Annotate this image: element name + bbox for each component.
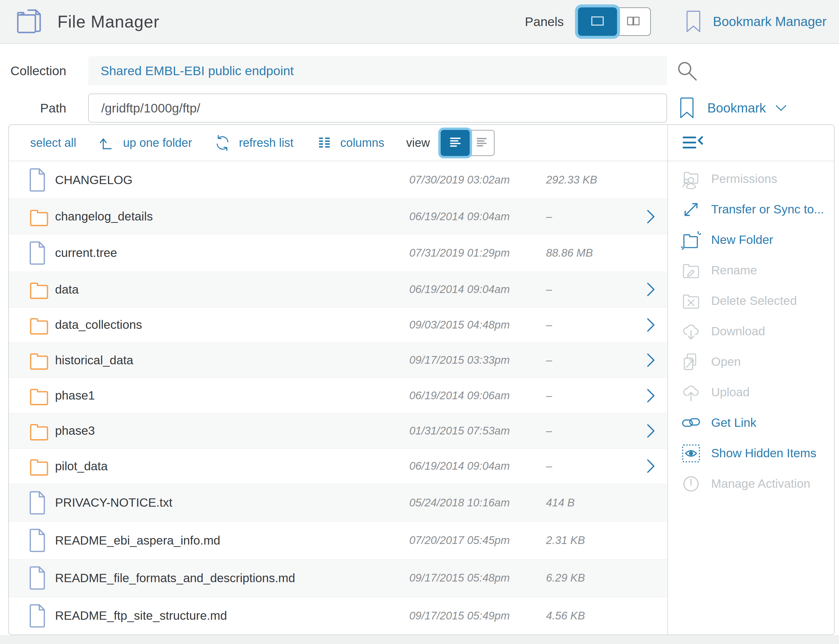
folder-icon xyxy=(26,348,55,372)
sidebar-item-show-hidden-items[interactable]: Show Hidden Items xyxy=(668,438,834,468)
dual-panel-button[interactable] xyxy=(612,7,651,36)
select-all-button[interactable]: select all xyxy=(30,136,76,150)
compact-view-button[interactable] xyxy=(466,130,494,156)
app-header: File Manager Panels Bookmark Manager xyxy=(0,0,839,44)
sidebar-item-rename: Rename xyxy=(668,255,834,286)
file-name: README_ebi_aspera_info.md xyxy=(55,534,409,547)
columns-icon xyxy=(315,135,340,151)
cloud-upload-icon xyxy=(679,383,703,402)
sidebar-item-new-folder[interactable]: New Folder xyxy=(668,225,834,255)
file-date: 09/03/2015 04:48pm xyxy=(409,319,546,331)
file-icon xyxy=(26,603,55,629)
file-size: – xyxy=(546,460,644,472)
file-size: – xyxy=(546,425,644,437)
compact-view-icon xyxy=(473,134,490,152)
panels-label: Panels xyxy=(525,15,564,29)
rename-pencil-icon xyxy=(679,260,703,281)
file-name: pilot_data xyxy=(55,459,409,473)
folder-icon xyxy=(26,313,55,337)
collection-value: Shared EMBL-EBI public endpoint xyxy=(101,64,294,78)
bookmark-icon xyxy=(680,96,694,120)
new-folder-icon xyxy=(679,230,703,250)
sidebar-item-get-link[interactable]: Get Link xyxy=(668,407,834,438)
file-date: 05/24/2018 10:16am xyxy=(409,497,546,509)
chevron-right-icon[interactable] xyxy=(644,316,667,334)
bookmark-manager-label: Bookmark Manager xyxy=(713,14,827,29)
sidebar-item-manage-activation: Manage Activation xyxy=(668,468,834,499)
collection-field[interactable]: Shared EMBL-EBI public endpoint xyxy=(88,56,667,85)
chevron-right-icon[interactable] xyxy=(644,351,667,369)
file-list: CHANGELOG 07/30/2019 03:02am 292.33 KB c… xyxy=(9,161,667,634)
file-size: – xyxy=(546,319,644,331)
file-list-pane: select all up one folder refresh list co… xyxy=(9,125,667,634)
path-label: Path xyxy=(8,101,66,115)
file-size: – xyxy=(546,389,644,402)
file-date: 06/19/2014 09:04am xyxy=(409,210,546,223)
file-icon xyxy=(26,490,55,516)
file-name: data_collections xyxy=(55,318,409,332)
search-button[interactable] xyxy=(675,59,699,83)
action-sidebar: Permissions Transfer or Sync to... New F… xyxy=(667,125,834,634)
folder-icon xyxy=(26,454,55,478)
table-row[interactable]: pilot_data 06/19/2014 09:04am – xyxy=(9,449,667,484)
file-size: – xyxy=(546,210,644,223)
table-row[interactable]: README_ebi_aspera_info.md 07/20/2017 05:… xyxy=(9,521,667,559)
file-name: README_file_formats_and_descriptions.md xyxy=(55,571,409,585)
table-row[interactable]: current.tree 07/31/2019 01:29pm 88.86 MB xyxy=(9,234,667,272)
chevron-down-icon xyxy=(766,104,787,112)
file-name: current.tree xyxy=(55,246,409,260)
file-date: 07/20/2017 05:45pm xyxy=(409,534,546,547)
chain-link-icon xyxy=(679,413,703,433)
chevron-right-icon[interactable] xyxy=(644,208,667,225)
chevron-right-icon[interactable] xyxy=(644,387,667,404)
table-row[interactable]: data 06/19/2014 09:04am – xyxy=(9,272,667,307)
table-row[interactable]: README_file_formats_and_descriptions.md … xyxy=(9,559,667,596)
collapse-sidebar-icon[interactable] xyxy=(681,134,704,152)
list-view-button[interactable] xyxy=(441,130,470,156)
sidebar-item-download: Download xyxy=(668,316,834,347)
file-icon xyxy=(26,167,55,193)
sidebar-item-delete-selected: Delete Selected xyxy=(668,286,834,316)
delete-x-icon xyxy=(679,291,703,311)
file-date: 06/19/2014 09:04am xyxy=(409,460,546,472)
table-row[interactable]: PRIVACY-NOTICE.txt 05/24/2018 10:16am 41… xyxy=(9,484,667,521)
table-row[interactable]: CHANGELOG 07/30/2019 03:02am 292.33 KB xyxy=(9,161,667,199)
chevron-right-icon[interactable] xyxy=(644,457,667,475)
bookmark-dropdown[interactable]: Bookmark xyxy=(680,94,787,123)
file-date: 09/17/2015 03:33pm xyxy=(409,354,546,366)
sidebar-item-transfer-or-sync[interactable]: Transfer or Sync to... xyxy=(668,194,834,225)
columns-label: columns xyxy=(340,136,384,150)
folder-icon xyxy=(26,205,55,228)
list-toolbar: select all up one folder refresh list co… xyxy=(9,125,667,161)
file-name: phase3 xyxy=(55,424,409,438)
chevron-right-icon[interactable] xyxy=(644,281,667,298)
location-section: Collection Shared EMBL-EBI public endpoi… xyxy=(0,44,839,124)
panels-toggle xyxy=(578,7,651,36)
columns-button[interactable]: columns xyxy=(315,135,384,151)
table-row[interactable]: README_ftp_site_structure.md 09/17/2015 … xyxy=(9,597,667,634)
single-panel-button[interactable] xyxy=(578,7,617,36)
table-row[interactable]: data_collections 09/03/2015 04:48pm – xyxy=(9,307,667,342)
folder-icon xyxy=(26,278,55,301)
table-row[interactable]: phase1 06/19/2014 09:06am – xyxy=(9,378,667,413)
open-external-icon xyxy=(679,352,703,372)
path-input[interactable]: /gridftp/1000g/ftp/ xyxy=(88,94,667,123)
table-row[interactable]: phase3 01/31/2015 07:53am – xyxy=(9,413,667,449)
file-name: data xyxy=(55,283,409,297)
file-name: PRIVACY-NOTICE.txt xyxy=(55,496,409,509)
file-date: 01/31/2015 07:53am xyxy=(409,425,546,437)
file-date: 09/17/2015 05:49pm xyxy=(409,610,546,622)
table-row[interactable]: changelog_details 06/19/2014 09:04am – xyxy=(9,199,667,234)
permissions-icon xyxy=(679,169,703,189)
file-name: CHANGELOG xyxy=(55,173,409,187)
list-view-icon xyxy=(446,133,464,153)
refresh-list-button[interactable]: refresh list xyxy=(214,135,294,151)
file-icon xyxy=(26,565,55,591)
bookmark-manager-link[interactable]: Bookmark Manager xyxy=(686,10,827,33)
up-one-folder-button[interactable]: up one folder xyxy=(98,135,192,151)
chevron-right-icon[interactable] xyxy=(644,422,667,440)
sidebar-item-permissions: Permissions xyxy=(668,164,834,194)
table-row[interactable]: historical_data 09/17/2015 03:33pm – xyxy=(9,342,667,378)
file-icon xyxy=(26,240,55,266)
bookmark-icon xyxy=(686,10,701,33)
